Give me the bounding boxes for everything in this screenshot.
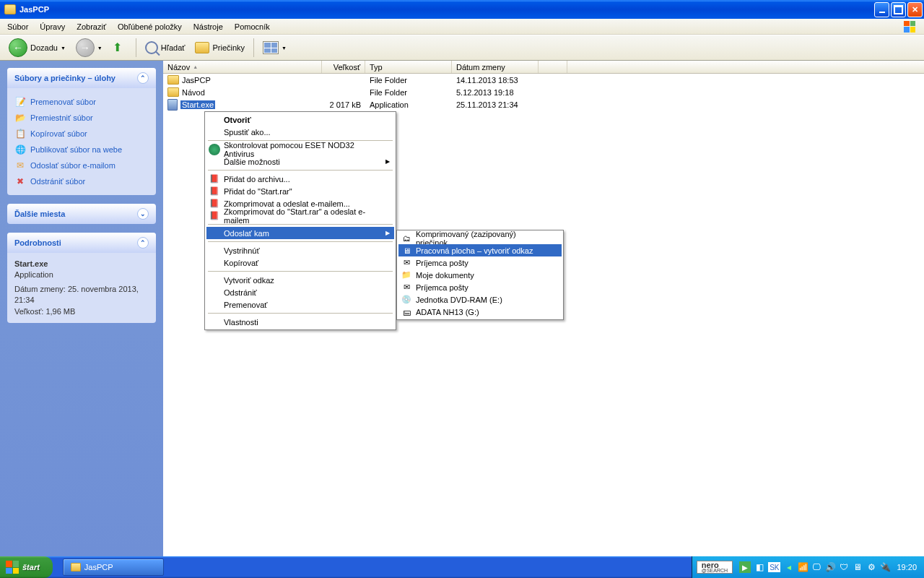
ctx-archive[interactable]: 📕Přidat do archivu...: [206, 173, 394, 185]
menu-favorites[interactable]: Obľúbené položky: [112, 20, 188, 33]
titlebar: JasPCP: [0, 0, 924, 19]
sendto-desktop[interactable]: 🖥Pracovná plocha – vytvoriť odkaz: [398, 244, 562, 256]
tasks-header[interactable]: Súbory a priečinky – úlohy ⌃: [7, 68, 156, 88]
taskbar: štart JasPCP nero@SEARCH ▶ ◧ SK ◂ 📶 🖵 🔊 …: [0, 556, 924, 578]
file-name: Start.exe: [180, 100, 215, 109]
sendto-submenu: 🗂Komprimovaný (zazipovaný) priečinok 🖥Pr…: [396, 230, 564, 320]
search-button[interactable]: Hľadať: [141, 40, 190, 56]
menu-file[interactable]: Súbor: [1, 20, 34, 33]
places-header[interactable]: Ďalšie miesta ⌄: [7, 204, 156, 224]
language-indicator[interactable]: SK: [768, 562, 780, 572]
volume-icon[interactable]: 🔊: [825, 562, 835, 572]
forward-button[interactable]: → ▼: [71, 37, 107, 59]
folder-icon: [167, 87, 179, 97]
side-panel: Súbory a priečinky – úlohy ⌃ 📝Premenovať…: [0, 61, 163, 556]
exe-icon: [167, 99, 178, 111]
tray-icon[interactable]: 🔌: [880, 562, 890, 572]
submenu-arrow-icon: ▶: [385, 230, 390, 236]
forward-arrow-icon: →: [76, 38, 95, 57]
col-extra[interactable]: [539, 61, 567, 73]
file-row[interactable]: JasPCPFile Folder14.11.2013 18:53: [163, 74, 924, 86]
task-icon: 🌐: [14, 144, 26, 155]
minimize-button[interactable]: [874, 2, 889, 17]
places-panel: Ďalšie miesta ⌄: [7, 204, 156, 224]
col-size[interactable]: Veľkosť: [322, 61, 365, 73]
task-item[interactable]: 📋Kopírovať súbor: [14, 126, 149, 142]
start-button[interactable]: štart: [0, 556, 53, 578]
tray-icon[interactable]: 🖥: [853, 562, 863, 572]
ctx-sendto[interactable]: Odoslať kam▶: [206, 227, 394, 239]
sendto-adata[interactable]: 🖴ADATA NH13 (G:): [398, 306, 562, 318]
rar-icon: 📕: [209, 186, 220, 197]
sendto-zip[interactable]: 🗂Komprimovaný (zazipovaný) priečinok: [398, 232, 562, 244]
context-menu: Otvoriť Spustiť ako... Skontrolovat pomo…: [204, 111, 396, 330]
folder-icon: [4, 4, 16, 14]
expand-icon: ⌄: [137, 208, 149, 220]
ctx-open[interactable]: Otvoriť: [206, 113, 394, 126]
task-label: Premiestniť súbor: [30, 113, 93, 122]
network-icon[interactable]: 📶: [798, 562, 808, 572]
task-item[interactable]: 📝Premenovať súbor: [14, 94, 149, 110]
ctx-cut[interactable]: Vystrihnúť: [206, 244, 394, 256]
shield-icon[interactable]: 🛡: [839, 562, 849, 572]
ctx-runas[interactable]: Spustiť ako...: [206, 126, 394, 138]
ctx-rename[interactable]: Premenovať: [206, 298, 394, 311]
views-button[interactable]: ▼: [258, 40, 291, 56]
folder-icon: [71, 563, 81, 571]
ctx-delete[interactable]: Odstrániť: [206, 286, 394, 298]
task-item[interactable]: 🌐Publikovať súbor na webe: [14, 142, 149, 158]
details-header[interactable]: Podrobnosti ⌃: [7, 233, 156, 253]
ctx-archive-rar[interactable]: 📕Přidat do "Start.rar": [206, 185, 394, 197]
back-label: Dozadu: [30, 43, 58, 52]
col-type[interactable]: Typ: [365, 61, 452, 73]
task-item[interactable]: ✉Odoslať súbor e-mailom: [14, 158, 149, 173]
task-label: Odstrániť súbor: [30, 177, 85, 186]
clock[interactable]: 19:20: [897, 563, 917, 571]
details-size: Veľkosť: 1,96 MB: [14, 306, 149, 317]
collapse-icon: ⌃: [137, 72, 149, 84]
sendto-mail2[interactable]: ✉Príjemca pošty: [398, 281, 562, 293]
folders-icon: [195, 42, 209, 53]
task-icon: ✖: [14, 176, 26, 187]
ctx-shortcut[interactable]: Vytvoriť odkaz: [206, 274, 394, 286]
col-name[interactable]: Názov▲: [163, 61, 322, 73]
documents-icon: 📁: [401, 269, 412, 281]
back-button[interactable]: ← Dozadu ▼: [4, 37, 70, 59]
ctx-eset[interactable]: Skontrolovat pomocou ESET NOD32 Antiviru…: [206, 143, 394, 155]
tray-arrow-icon[interactable]: ▶: [739, 561, 751, 573]
ctx-more[interactable]: Ďalšie možnosti▶: [206, 155, 394, 168]
taskbar-app[interactable]: JasPCP: [63, 558, 164, 576]
task-item[interactable]: 📂Premiestniť súbor: [14, 110, 149, 126]
tray-icon[interactable]: ◂: [784, 562, 794, 572]
sendto-docs[interactable]: 📁Moje dokumenty: [398, 269, 562, 281]
maximize-button[interactable]: [891, 2, 906, 17]
up-button[interactable]: ⬆: [108, 39, 131, 56]
folders-button[interactable]: Priečinky: [191, 40, 249, 55]
col-date[interactable]: Dátum zmeny: [452, 61, 539, 73]
nero-widget[interactable]: nero@SEARCH: [697, 561, 733, 574]
menu-edit[interactable]: Úpravy: [34, 20, 71, 33]
details-filename: Start.exe: [14, 259, 149, 269]
tray-icon[interactable]: ◧: [754, 562, 764, 572]
close-button[interactable]: [907, 2, 923, 17]
file-row[interactable]: NávodFile Folder5.12.2013 19:18: [163, 86, 924, 98]
ctx-properties[interactable]: Vlastnosti: [206, 316, 394, 328]
sendto-mail1[interactable]: ✉Príjemca pošty: [398, 256, 562, 269]
file-name: JasPCP: [182, 76, 211, 85]
rar-icon: 📕: [209, 173, 220, 185]
toolbar: ← Dozadu ▼ → ▼ ⬆ Hľadať Priečinky ▼: [0, 35, 924, 61]
start-logo-icon: [6, 561, 19, 574]
tray-icon[interactable]: ⚙: [866, 562, 876, 572]
ctx-compress-rar-mail[interactable]: 📕Zkomprimovat do "Start.rar" a odeslat e…: [206, 210, 394, 222]
tasks-title: Súbory a priečinky – úlohy: [14, 74, 116, 82]
menu-view[interactable]: Zobraziť: [71, 20, 112, 33]
file-row[interactable]: Start.exe2 017 kBApplication25.11.2013 2…: [163, 98, 924, 111]
file-type: File Folder: [365, 75, 452, 85]
menu-tools[interactable]: Nástroje: [188, 20, 229, 33]
task-item[interactable]: ✖Odstrániť súbor: [14, 173, 149, 189]
tray-icon[interactable]: 🖵: [811, 562, 821, 572]
sendto-dvd[interactable]: 💿Jednotka DVD-RAM (E:): [398, 293, 562, 306]
task-label: Odoslať súbor e-mailom: [30, 161, 116, 170]
ctx-copy[interactable]: Kopírovať: [206, 256, 394, 269]
menu-help[interactable]: Pomocník: [229, 20, 276, 33]
